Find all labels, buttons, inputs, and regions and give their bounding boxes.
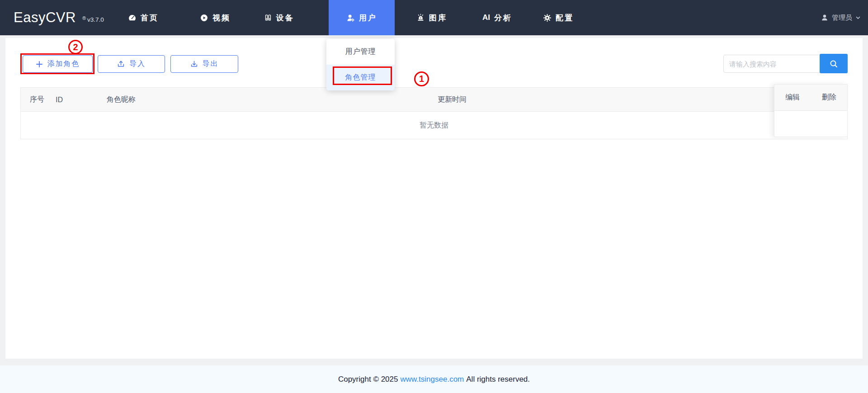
nav-label-gallery: 图库 (429, 13, 447, 23)
account-name: 管理员 (832, 14, 852, 22)
nav-label-ai-analysis: 分析 (494, 13, 512, 23)
roles-table-actions-column: 编辑 删除 (774, 84, 848, 137)
nav-item-home[interactable]: 首页 (110, 0, 176, 35)
brand-logo[interactable]: EasyCVR ® v3.7.0 (14, 0, 104, 35)
actions-column-header: 编辑 删除 (774, 85, 847, 111)
version-number: v3.7.0 (87, 16, 104, 23)
upload-icon (117, 60, 125, 68)
column-header-delete: 删除 (811, 85, 848, 110)
nav-label-video: 视频 (212, 13, 231, 23)
gear-icon (543, 14, 552, 22)
chevron-down-icon (855, 15, 861, 20)
column-header-index: 序号 (30, 88, 44, 112)
nav-label-config: 配置 (556, 13, 574, 23)
table-empty-state: 暂无数据 (21, 112, 847, 139)
export-button[interactable]: 导出 (170, 55, 238, 73)
column-header-id: ID (56, 88, 63, 112)
footer-link[interactable]: www.tsingsee.com (400, 375, 464, 384)
account-menu[interactable]: 管理员 (821, 0, 861, 35)
device-icon (264, 14, 272, 22)
dashboard-icon (128, 14, 137, 22)
play-icon (200, 14, 208, 22)
nav-label-device: 设备 (276, 13, 294, 23)
nav-label-home: 首页 (141, 13, 159, 23)
plus-icon (36, 61, 43, 68)
top-navbar: EasyCVR ® v3.7.0 首页 视频 设备 用户 图库 (0, 0, 868, 35)
siren-icon (416, 14, 425, 22)
search-button[interactable] (820, 54, 848, 73)
download-icon (190, 60, 198, 68)
registered-mark: ® (82, 15, 86, 21)
export-label: 导出 (203, 59, 219, 69)
brand-version: ® v3.7.0 (82, 16, 104, 23)
nav-item-ai-analysis[interactable]: AI 分析 (464, 0, 530, 35)
import-button[interactable]: 导入 (98, 55, 165, 73)
search-input[interactable] (723, 55, 820, 73)
copyright-suffix: All rights reserved. (466, 375, 530, 384)
column-header-edit: 编辑 (774, 85, 811, 110)
column-header-role-nickname: 角色昵称 (107, 88, 136, 112)
roles-table-header: 序号 ID 角色昵称 更新时间 (21, 88, 847, 112)
person-icon (821, 14, 829, 22)
content-card (5, 38, 863, 359)
nav-item-video[interactable]: 视频 (182, 0, 248, 35)
copyright-prefix: Copyright © 2025 (338, 375, 398, 384)
user-gear-icon (346, 14, 355, 22)
add-role-label: 添加角色 (47, 59, 80, 69)
import-label: 导入 (129, 59, 146, 69)
roles-table: 序号 ID 角色昵称 更新时间 暂无数据 (20, 87, 848, 139)
menu-item-user-management[interactable]: 用户管理 (326, 39, 395, 65)
search-icon (829, 59, 838, 68)
brand-name: EasyCVR (14, 9, 76, 26)
page-footer: Copyright © 2025 www.tsingsee.com All ri… (0, 365, 868, 393)
nav-item-config[interactable]: 配置 (525, 0, 591, 35)
nav-item-device[interactable]: 设备 (246, 0, 312, 35)
column-header-update-time: 更新时间 (438, 88, 467, 112)
nav-label-user: 用户 (359, 13, 377, 23)
nav-item-user[interactable]: 用户 (329, 0, 395, 35)
add-role-button[interactable]: 添加角色 (23, 55, 93, 73)
user-dropdown-menu: 用户管理 角色管理 (326, 39, 395, 90)
ai-text-icon: AI (482, 13, 490, 22)
nav-item-gallery[interactable]: 图库 (399, 0, 465, 35)
menu-item-role-management[interactable]: 角色管理 (326, 65, 395, 90)
